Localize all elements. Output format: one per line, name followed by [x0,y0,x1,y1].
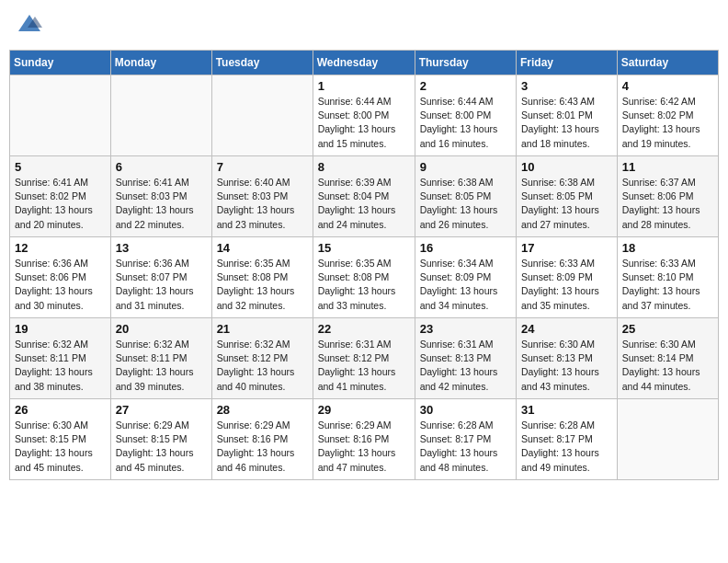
calendar-cell [110,75,211,156]
day-number: 25 [622,322,713,336]
page-header [9,9,719,42]
weekday-sunday: Sunday [10,51,111,75]
calendar-cell: 12Sunrise: 6:36 AMSunset: 8:06 PMDayligh… [10,237,111,318]
day-number: 12 [15,241,106,255]
weekday-wednesday: Wednesday [313,51,415,75]
weekday-friday: Friday [517,51,618,75]
calendar-cell: 18Sunrise: 6:33 AMSunset: 8:10 PMDayligh… [617,237,718,318]
day-info: Sunrise: 6:35 AMSunset: 8:08 PMDaylight:… [217,257,308,313]
day-number: 29 [318,403,410,417]
day-info: Sunrise: 6:29 AMSunset: 8:16 PMDaylight:… [217,419,308,475]
weekday-tuesday: Tuesday [211,51,313,75]
calendar-cell [211,75,313,156]
day-number: 11 [622,160,713,174]
calendar-cell: 3Sunrise: 6:43 AMSunset: 8:01 PMDaylight… [517,75,618,156]
day-info: Sunrise: 6:36 AMSunset: 8:07 PMDaylight:… [116,257,207,313]
day-number: 28 [217,403,308,417]
day-info: Sunrise: 6:32 AMSunset: 8:11 PMDaylight:… [116,338,207,394]
calendar-cell: 30Sunrise: 6:28 AMSunset: 8:17 PMDayligh… [415,399,516,480]
day-number: 9 [420,160,511,174]
calendar-cell: 16Sunrise: 6:34 AMSunset: 8:09 PMDayligh… [415,237,516,318]
calendar-cell [617,399,718,480]
calendar-cell: 14Sunrise: 6:35 AMSunset: 8:08 PMDayligh… [211,237,313,318]
day-info: Sunrise: 6:30 AMSunset: 8:13 PMDaylight:… [521,338,612,394]
day-number: 26 [15,403,106,417]
day-number: 6 [116,160,207,174]
calendar-cell: 15Sunrise: 6:35 AMSunset: 8:08 PMDayligh… [313,237,415,318]
day-info: Sunrise: 6:28 AMSunset: 8:17 PMDaylight:… [521,419,612,475]
calendar-cell: 20Sunrise: 6:32 AMSunset: 8:11 PMDayligh… [110,318,211,399]
calendar-week-row: 26Sunrise: 6:30 AMSunset: 8:15 PMDayligh… [10,399,719,480]
calendar-cell: 13Sunrise: 6:36 AMSunset: 8:07 PMDayligh… [110,237,211,318]
day-number: 8 [318,160,410,174]
day-number: 16 [420,241,511,255]
day-info: Sunrise: 6:31 AMSunset: 8:13 PMDaylight:… [420,338,511,394]
day-number: 1 [318,79,410,93]
day-info: Sunrise: 6:42 AMSunset: 8:02 PMDaylight:… [622,95,713,151]
calendar-cell: 28Sunrise: 6:29 AMSunset: 8:16 PMDayligh… [211,399,313,480]
day-number: 15 [318,241,410,255]
calendar-cell: 4Sunrise: 6:42 AMSunset: 8:02 PMDaylight… [617,75,718,156]
day-info: Sunrise: 6:32 AMSunset: 8:11 PMDaylight:… [15,338,106,394]
day-info: Sunrise: 6:40 AMSunset: 8:03 PMDaylight:… [217,176,308,232]
day-number: 30 [420,403,511,417]
day-number: 21 [217,322,308,336]
day-info: Sunrise: 6:44 AMSunset: 8:00 PMDaylight:… [420,95,511,151]
weekday-monday: Monday [110,51,211,75]
day-number: 27 [116,403,207,417]
calendar-cell: 11Sunrise: 6:37 AMSunset: 8:06 PMDayligh… [617,156,718,237]
calendar-cell: 7Sunrise: 6:40 AMSunset: 8:03 PMDaylight… [211,156,313,237]
weekday-thursday: Thursday [415,51,516,75]
calendar-cell: 19Sunrise: 6:32 AMSunset: 8:11 PMDayligh… [10,318,111,399]
day-info: Sunrise: 6:30 AMSunset: 8:14 PMDaylight:… [622,338,713,394]
calendar-cell [10,75,111,156]
day-number: 24 [521,322,612,336]
calendar-cell: 31Sunrise: 6:28 AMSunset: 8:17 PMDayligh… [517,399,618,480]
calendar-cell: 29Sunrise: 6:29 AMSunset: 8:16 PMDayligh… [313,399,415,480]
day-info: Sunrise: 6:33 AMSunset: 8:10 PMDaylight:… [622,257,713,313]
calendar-cell: 25Sunrise: 6:30 AMSunset: 8:14 PMDayligh… [617,318,718,399]
calendar-table: SundayMondayTuesdayWednesdayThursdayFrid… [9,50,719,480]
calendar-cell: 2Sunrise: 6:44 AMSunset: 8:00 PMDaylight… [415,75,516,156]
calendar-cell: 8Sunrise: 6:39 AMSunset: 8:04 PMDaylight… [313,156,415,237]
day-number: 20 [116,322,207,336]
day-number: 2 [420,79,511,93]
day-info: Sunrise: 6:31 AMSunset: 8:12 PMDaylight:… [318,338,410,394]
calendar-week-row: 1Sunrise: 6:44 AMSunset: 8:00 PMDaylight… [10,75,719,156]
calendar-cell: 23Sunrise: 6:31 AMSunset: 8:13 PMDayligh… [415,318,516,399]
logo-icon [17,11,42,37]
calendar-cell: 10Sunrise: 6:38 AMSunset: 8:05 PMDayligh… [517,156,618,237]
calendar-cell: 9Sunrise: 6:38 AMSunset: 8:05 PMDaylight… [415,156,516,237]
day-info: Sunrise: 6:32 AMSunset: 8:12 PMDaylight:… [217,338,308,394]
logo [17,13,44,39]
weekday-header-row: SundayMondayTuesdayWednesdayThursdayFrid… [10,51,719,75]
day-number: 14 [217,241,308,255]
day-info: Sunrise: 6:41 AMSunset: 8:02 PMDaylight:… [15,176,106,232]
day-number: 23 [420,322,511,336]
day-info: Sunrise: 6:43 AMSunset: 8:01 PMDaylight:… [521,95,612,151]
day-info: Sunrise: 6:38 AMSunset: 8:05 PMDaylight:… [521,176,612,232]
calendar-week-row: 19Sunrise: 6:32 AMSunset: 8:11 PMDayligh… [10,318,719,399]
day-info: Sunrise: 6:41 AMSunset: 8:03 PMDaylight:… [116,176,207,232]
day-number: 4 [622,79,713,93]
calendar-cell: 27Sunrise: 6:29 AMSunset: 8:15 PMDayligh… [110,399,211,480]
day-number: 10 [521,160,612,174]
calendar-cell: 26Sunrise: 6:30 AMSunset: 8:15 PMDayligh… [10,399,111,480]
day-info: Sunrise: 6:29 AMSunset: 8:15 PMDaylight:… [116,419,207,475]
day-info: Sunrise: 6:34 AMSunset: 8:09 PMDaylight:… [420,257,511,313]
calendar-week-row: 12Sunrise: 6:36 AMSunset: 8:06 PMDayligh… [10,237,719,318]
day-number: 19 [15,322,106,336]
day-info: Sunrise: 6:37 AMSunset: 8:06 PMDaylight:… [622,176,713,232]
calendar-cell: 24Sunrise: 6:30 AMSunset: 8:13 PMDayligh… [517,318,618,399]
day-number: 17 [521,241,612,255]
day-info: Sunrise: 6:39 AMSunset: 8:04 PMDaylight:… [318,176,410,232]
calendar-cell: 6Sunrise: 6:41 AMSunset: 8:03 PMDaylight… [110,156,211,237]
day-info: Sunrise: 6:38 AMSunset: 8:05 PMDaylight:… [420,176,511,232]
calendar-cell: 1Sunrise: 6:44 AMSunset: 8:00 PMDaylight… [313,75,415,156]
day-info: Sunrise: 6:33 AMSunset: 8:09 PMDaylight:… [521,257,612,313]
day-info: Sunrise: 6:44 AMSunset: 8:00 PMDaylight:… [318,95,410,151]
calendar-cell: 22Sunrise: 6:31 AMSunset: 8:12 PMDayligh… [313,318,415,399]
day-info: Sunrise: 6:35 AMSunset: 8:08 PMDaylight:… [318,257,410,313]
day-info: Sunrise: 6:28 AMSunset: 8:17 PMDaylight:… [420,419,511,475]
day-number: 31 [521,403,612,417]
